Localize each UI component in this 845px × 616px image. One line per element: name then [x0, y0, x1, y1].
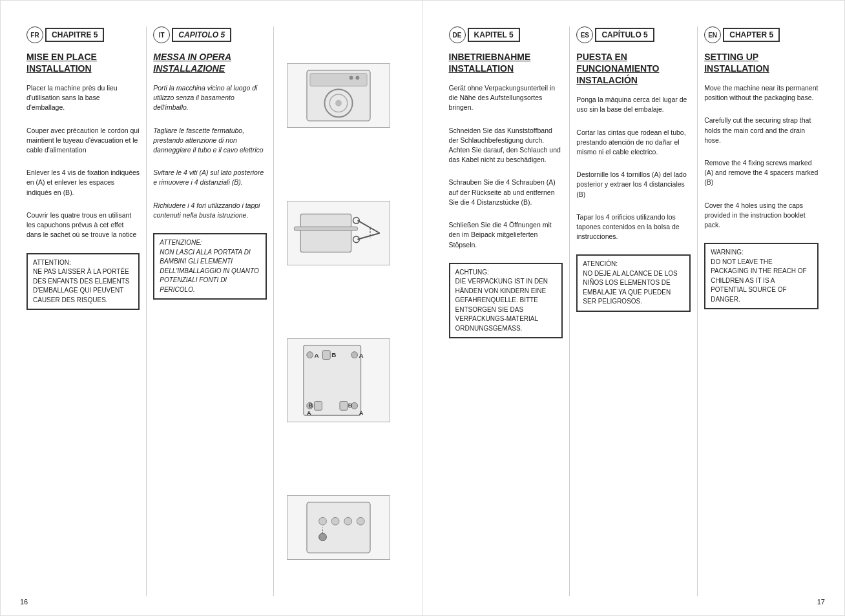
instruction-it-3: Svitare le 4 viti (A) sul lato posterior…	[153, 168, 266, 187]
col-fr: FR CHAPITRE 5 MISE EN PLACE INSTALLATION…	[20, 26, 147, 596]
svg-point-17	[351, 351, 357, 358]
svg-line-9	[357, 220, 379, 233]
instruction-es-1: Ponga la máquina cerca del lugar de uso …	[576, 95, 691, 114]
warning-fr: ATTENTION: NE PAS LAISSER À LA PORTÉE DE…	[26, 253, 140, 311]
instruction-en-3: Remove the 4 fixing screws marked (A) an…	[704, 158, 819, 188]
section-title-fr: MISE EN PLACE INSTALLATION	[26, 51, 140, 74]
svg-text:A: A	[359, 409, 363, 416]
chapter-title-es: CAPÍTULO 5	[595, 28, 654, 42]
chapter-title-de: KAPITEL 5	[468, 28, 520, 42]
instruction-es-3: Destornille los 4 tornillos (A) del lado…	[576, 170, 691, 200]
instruction-it-4: Richiudere i 4 fori utilizzando i tappi …	[153, 201, 266, 220]
chapter-title-en: CHAPTER 5	[723, 28, 780, 42]
left-page: FR CHAPITRE 5 MISE EN PLACE INSTALLATION…	[0, 0, 422, 616]
svg-line-10	[357, 233, 379, 240]
page-number-right: 17	[817, 598, 825, 606]
instruction-de-1: Gerät ohne Verpackungsunterteil in die N…	[449, 83, 563, 113]
instruction-en-1: Move the machine near its permanent posi…	[704, 83, 819, 103]
svg-text:A: A	[359, 351, 363, 358]
img-screws: A A B A A	[287, 338, 390, 422]
instruction-it-2: Tagliare le fascette fermatubo, prestand…	[153, 126, 266, 156]
svg-point-34	[318, 533, 326, 540]
svg-rect-27	[339, 401, 347, 410]
col-de: DE KAPITEL 5 INBETRIEBNAHME INSTALLATION…	[443, 26, 570, 596]
instruction-fr-2: Couper avec précaution le cordon qui mai…	[26, 126, 140, 156]
lang-flag-fr: FR	[26, 26, 43, 43]
svg-rect-29	[307, 502, 370, 552]
svg-rect-1	[309, 73, 366, 86]
img-covering	[287, 495, 390, 560]
svg-text:A: A	[306, 409, 311, 416]
svg-point-30	[318, 517, 326, 525]
col-es: ES CAPÍTULO 5 PUESTA EN FUNCIONAMIENTO I…	[570, 26, 698, 596]
section-title-es: PUESTA EN FUNCIONAMIENTO INSTALACIÓN	[576, 51, 691, 87]
img-cutting	[287, 201, 390, 265]
instruction-es-4: Tapar los 4 orificios utilizando los tap…	[576, 212, 691, 242]
right-page: DE KAPITEL 5 INBETRIEBNAHME INSTALLATION…	[422, 0, 846, 616]
svg-rect-19	[322, 350, 330, 359]
svg-text:A: A	[314, 351, 318, 358]
svg-point-6	[355, 76, 359, 79]
chapter-title-it: CAPITOLO 5	[172, 28, 231, 42]
col-it: IT CAPITOLO 5 MESSA IN OPERA INSTALLAZIO…	[147, 26, 273, 596]
svg-text:B: B	[308, 402, 312, 409]
instruction-fr-1: Placer la machine près du lieu d'utilisa…	[26, 83, 140, 113]
svg-point-4	[335, 99, 342, 106]
instruction-fr-3: Enlever les 4 vis de fixation indiquées …	[26, 168, 140, 198]
section-title-it: MESSA IN OPERA INSTALLAZIONE	[153, 51, 266, 74]
instruction-en-2: Carefully cut the securing strap that ho…	[704, 116, 819, 145]
section-title-de: INBETRIEBNAHME INSTALLATION	[449, 51, 563, 74]
warning-es: ATENCIÓN: NO DEJE AL ALCANCE DE LOS NIÑO…	[576, 254, 691, 312]
instruction-en-4: Cover the 4 holes using the caps provide…	[704, 201, 819, 231]
section-title-en: SETTING UP INSTALLATION	[704, 51, 819, 74]
lang-flag-es: ES	[576, 26, 593, 43]
instruction-de-3: Schrauben Sie die 4 Schrauben (A) auf de…	[449, 178, 563, 207]
svg-rect-7	[300, 214, 351, 252]
instruction-de-4: Schließen Sie die 4 Öffnungen mit den im…	[449, 220, 563, 250]
warning-it: ATTENZIONE: NON LASCI ALLA PORTATA DI BA…	[153, 233, 266, 300]
instruction-de-2: Schneiden Sie das Kunststoffband der Sch…	[449, 126, 563, 165]
svg-point-15	[306, 351, 313, 358]
svg-point-33	[357, 517, 364, 525]
instruction-fr-4: Couvrir les quatre trous en utilisant le…	[26, 210, 140, 240]
center-images: A A B A A	[274, 26, 403, 596]
warning-de: ACHTUNG: DIE VERPACKUNG IST IN DEN HÄNDE…	[449, 263, 563, 339]
col-en: EN CHAPTER 5 SETTING UP INSTALLATION Mov…	[698, 26, 825, 596]
svg-rect-8	[294, 227, 357, 231]
img-machine	[287, 63, 390, 128]
lang-flag-de: DE	[449, 26, 466, 43]
warning-en: WARNING: DO NOT LEAVE THE PACKAGING IN T…	[704, 243, 819, 309]
svg-point-31	[331, 517, 339, 525]
svg-point-5	[349, 76, 353, 79]
page-spread: FR CHAPITRE 5 MISE EN PLACE INSTALLATION…	[0, 0, 845, 616]
page-number-left: 16	[20, 598, 28, 606]
svg-point-32	[344, 517, 351, 525]
svg-text:B: B	[331, 351, 336, 358]
svg-text:B: B	[348, 402, 351, 409]
chapter-title-fr: CHAPITRE 5	[45, 28, 104, 42]
instruction-it-1: Porti la macchina vicino al luogo di uti…	[153, 83, 266, 113]
lang-flag-it: IT	[153, 26, 170, 43]
instruction-es-2: Cortar las cintas que rodean el tubo, pr…	[576, 128, 691, 158]
svg-rect-25	[314, 401, 322, 410]
lang-flag-en: EN	[704, 26, 721, 43]
